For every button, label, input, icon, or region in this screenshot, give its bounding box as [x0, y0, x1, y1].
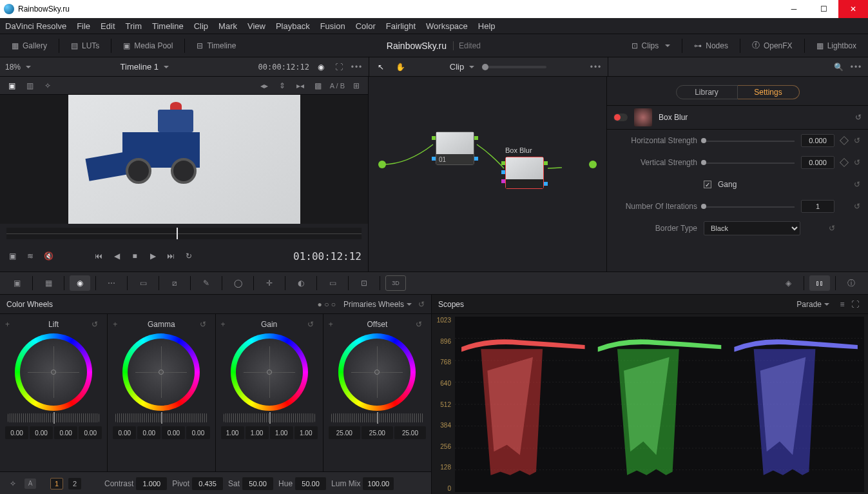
menu-clip[interactable]: Clip: [194, 21, 208, 31]
menu-app[interactable]: DaVinci Resolve: [5, 21, 66, 31]
menu-help[interactable]: Help: [478, 21, 496, 31]
wheel-value[interactable]: 25.00: [394, 426, 426, 439]
unmix-icon[interactable]: ⇕: [276, 79, 289, 92]
expand-icon[interactable]: ⛶: [333, 61, 345, 74]
pointer-tool-icon[interactable]: ↖: [374, 61, 387, 74]
play-button[interactable]: ▶: [147, 250, 159, 262]
picker-icon[interactable]: +: [113, 320, 123, 329]
hstr-slider[interactable]: [704, 136, 795, 145]
menu-fairlight[interactable]: Fairlight: [386, 21, 416, 31]
render-cache-icon[interactable]: ◉: [314, 61, 327, 74]
split-icon[interactable]: ▥: [23, 79, 36, 92]
prev-node-icon[interactable]: ◂▸: [258, 79, 271, 92]
reset-icon[interactable]: ↺: [92, 320, 102, 329]
pivot-value[interactable]: 0.435: [192, 477, 223, 490]
wheel-value[interactable]: 1.00: [294, 426, 318, 439]
master-jog[interactable]: [8, 413, 99, 422]
menu-timeline[interactable]: Timeline: [152, 21, 184, 31]
sizing-icon[interactable]: ⊡: [354, 275, 374, 291]
wheel-value[interactable]: 0.00: [54, 426, 77, 439]
ab-label[interactable]: A / B: [330, 82, 345, 90]
reset-icon[interactable]: ↺: [854, 180, 860, 189]
menu-trim[interactable]: Trim: [126, 21, 142, 31]
menu-workspace[interactable]: Workspace: [426, 21, 468, 31]
page-1-button[interactable]: 1: [50, 478, 63, 489]
mediapool-button[interactable]: ▣Media Pool: [117, 39, 179, 53]
menu-playback[interactable]: Playback: [276, 21, 310, 31]
node-scope-label[interactable]: Clip: [450, 62, 464, 72]
effect-toggle[interactable]: [613, 114, 628, 121]
wheel-value[interactable]: 0.00: [162, 426, 185, 439]
wheel-value[interactable]: 0.00: [30, 426, 53, 439]
menu-view[interactable]: View: [247, 21, 265, 31]
menu-color[interactable]: Color: [356, 21, 376, 31]
timeline-button[interactable]: ⊟Timeline: [190, 39, 242, 53]
loop-button[interactable]: ↻: [183, 250, 195, 262]
border-type-select[interactable]: Black: [704, 221, 800, 235]
camera-raw-icon[interactable]: ▣: [6, 275, 27, 291]
blur-icon[interactable]: ◐: [291, 275, 311, 291]
chevron-down-icon[interactable]: [23, 63, 31, 72]
mute-icon[interactable]: 🔇: [43, 250, 54, 262]
pick-white-icon[interactable]: A: [24, 479, 36, 489]
window-close-button[interactable]: ✕: [838, 0, 868, 18]
clips-button[interactable]: ⊡Clips: [625, 39, 677, 53]
inspector-options-button[interactable]: •••: [850, 61, 863, 74]
wheel-value[interactable]: 0.00: [137, 426, 160, 439]
window-maximize-button[interactable]: ☐: [809, 0, 838, 18]
picker-icon[interactable]: +: [221, 320, 231, 329]
luts-button[interactable]: ▤LUTs: [64, 39, 106, 53]
gang-checkbox[interactable]: ✓: [704, 181, 711, 188]
page-2-button[interactable]: 2: [68, 478, 81, 489]
viewer-options-button[interactable]: •••: [351, 61, 363, 74]
reset-icon[interactable]: ↺: [854, 202, 860, 211]
node-graph-panel[interactable]: 01 Box Blur: [369, 77, 607, 272]
play-reverse-button[interactable]: ◀: [111, 250, 122, 262]
master-jog[interactable]: [224, 413, 315, 422]
node-output-icon[interactable]: [589, 161, 597, 168]
tab-settings[interactable]: Settings: [738, 85, 800, 99]
color-wheel[interactable]: [231, 333, 308, 411]
wheel-value[interactable]: 25.00: [362, 426, 393, 439]
tab-library[interactable]: Library: [676, 85, 738, 99]
lummix-value[interactable]: 100.00: [363, 477, 394, 490]
wheel-value[interactable]: 0.00: [186, 426, 209, 439]
reset-icon[interactable]: ↺: [829, 224, 835, 233]
wheel-value[interactable]: 1.00: [221, 426, 244, 439]
master-jog[interactable]: [331, 413, 423, 422]
color-wheel[interactable]: [338, 333, 416, 411]
contrast-value[interactable]: 1.000: [136, 477, 167, 490]
wand-icon[interactable]: ✧: [41, 79, 54, 92]
keyframe-icon[interactable]: [840, 136, 849, 145]
color-match-icon[interactable]: ▦: [38, 275, 59, 291]
vstr-value[interactable]: 0.000: [801, 156, 834, 169]
color-wheels-icon[interactable]: ◉: [70, 275, 90, 291]
reset-all-icon[interactable]: ↺: [418, 300, 425, 309]
color-wheel[interactable]: [15, 333, 92, 411]
color-wheel[interactable]: [122, 333, 200, 411]
tracker-icon[interactable]: ✛: [259, 275, 280, 291]
window-icon[interactable]: ◯: [227, 275, 248, 291]
motion-icon[interactable]: ▭: [133, 275, 153, 291]
reset-icon[interactable]: ↺: [307, 320, 318, 329]
iter-value[interactable]: 1: [801, 200, 834, 213]
go-end-button[interactable]: ⏭: [165, 250, 177, 262]
wheel-value[interactable]: 0.00: [79, 426, 102, 439]
rgb-mixer-icon[interactable]: ⋯: [101, 275, 122, 291]
window-minimize-button[interactable]: ─: [779, 0, 809, 18]
scope-settings-icon[interactable]: ≡: [836, 298, 849, 311]
node-boxblur[interactable]: [505, 157, 544, 189]
qualifier-icon[interactable]: ✎: [196, 275, 217, 291]
viewer-canvas[interactable]: [0, 95, 368, 224]
info-icon[interactable]: ⓘ: [841, 275, 862, 291]
go-start-button[interactable]: ⏮: [93, 250, 104, 262]
reset-icon[interactable]: ↺: [854, 136, 860, 145]
menu-file[interactable]: File: [77, 21, 90, 31]
keyframe-panel-icon[interactable]: ◈: [778, 275, 798, 291]
viewer-scrubber[interactable]: [6, 228, 362, 239]
reset-icon[interactable]: ↺: [416, 320, 426, 329]
3d-icon[interactable]: 3D: [385, 275, 406, 291]
vstr-slider[interactable]: [704, 158, 795, 167]
stop-button[interactable]: ■: [129, 250, 140, 262]
zoom-level[interactable]: 18%: [5, 63, 21, 72]
